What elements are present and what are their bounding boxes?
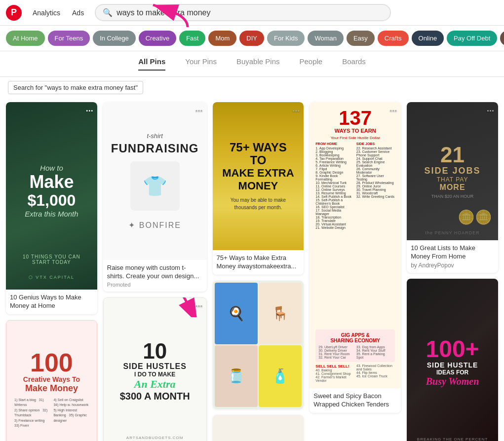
pin-how-to-make-1000[interactable]: How to Make $1,000 Extra this Month 10 T… [6,102,97,314]
pin-dots-5[interactable]: ··· [292,106,300,116]
chip-in-college[interactable]: In College [93,31,136,46]
pin-dots-9[interactable]: ··· [487,106,494,116]
pin-meta-3: Raise money with custom t-shirts. Create… [103,260,207,292]
pin-75-ways[interactable]: 75+ WAYS TO MAKE EXTRA MONEY You may be … [213,102,304,275]
analytics-nav[interactable]: Analytics [28,6,65,20]
tab-boards[interactable]: Boards [342,57,366,71]
tab-your-pins[interactable]: Your Pins [185,57,217,71]
pin-meta-9: 10 Great Lists to Make Money From Home b… [407,240,498,273]
chip-for-teens[interactable]: For Teens [48,31,90,46]
pin-dots-3[interactable]: ··· [195,106,202,116]
pin-column-1: How to Make $1,000 Extra this Month 10 T… [6,102,97,441]
pin-100-creative[interactable]: 100 Creative Ways To Make Money 1) Start… [6,320,97,441]
chip-fast[interactable]: Fast [179,31,205,46]
pin-author-9: by AndreyPopov [411,262,494,269]
category-bar: At Home For Teens In College Creative Fa… [0,26,504,51]
chip-for-kids[interactable]: For Kids [267,31,305,46]
tab-buyable-pins[interactable]: Buyable Pins [236,57,280,71]
tabs-bar: All Pins Your Pins Buyable Pins People B… [0,51,504,77]
pin-column-2: t-shirt FUNDRAISING 👕 ✦ BONFIRE Raise mo… [103,102,207,441]
pinterest-logo[interactable]: P [6,5,22,21]
pin-title-1: 10 Genius Ways to Make Money at Home [10,294,93,310]
header: P Analytics Ads 🔍 [0,0,504,26]
pin-column-5: 21 SIDE JOBS THAT PAY MORE THAN $20 AN H… [407,102,498,441]
chip-online[interactable]: Online [412,31,444,46]
header-nav: Analytics Ads [28,6,89,20]
pin-dots-4[interactable]: ··· [195,301,202,312]
ads-nav[interactable]: Ads [67,6,89,20]
pin-title-3: Raise money with custom t-shirts. Create… [107,264,203,281]
chip-at-home[interactable]: At Home [6,31,45,46]
suggestion-button[interactable]: Search for "ways to make extra money fas… [8,81,143,94]
search-input[interactable] [116,8,383,17]
chip-woman[interactable]: Woman [308,31,344,46]
pin-meta-5: 75+ Ways to Make Extra Money #waystomake… [213,250,304,275]
chip-creative[interactable]: Creative [139,31,176,46]
tab-all-pins[interactable]: All Pins [138,57,165,71]
pin-dots-1[interactable]: ··· [86,106,93,116]
chip-crafts[interactable]: Crafts [378,31,409,46]
search-icon: 🔍 [103,8,113,17]
pin-title-5: 75+ Ways to Make Extra Money #waystomake… [217,254,300,271]
pin-137-ways[interactable]: 137 WAYS TO EARN Your First Side Hustle … [310,102,401,413]
search-bar-container: 🔍 [95,4,391,21]
pin-title-9: 10 Great Lists to Make Money From Home [411,244,494,261]
pin-meta-8: Sweet and Spicy Bacon Wrapped Chicken Te… [310,388,401,413]
pin-tshirt-fundraising[interactable]: t-shirt FUNDRAISING 👕 ✦ BONFIRE Raise mo… [103,102,207,292]
chip-mom[interactable]: Mom [208,31,236,46]
pin-column-3: 75+ WAYS TO MAKE EXTRA MONEY You may be … [213,102,304,441]
pin-meta-1: 10 Genius Ways to Make Money at Home [6,290,97,314]
pin-column-4: 137 WAYS TO EARN Your First Side Hustle … [310,102,401,413]
tab-people[interactable]: People [299,57,322,71]
pin-kitchen-collage[interactable]: 🍳 🪑 🫙 🧴 [213,281,304,409]
pin-100-side-hustle-women[interactable]: 100+ SIDE HUSTLE IDEAS FOR Busy Women BR… [407,279,498,441]
pin-title-8: Sweet and Spicy Bacon Wrapped Chicken Te… [313,392,397,409]
pin-promoted-3: Promoted [107,282,203,288]
chip-ideas[interactable]: Ideas [500,31,504,46]
suggestion-banner: Search for "ways to make extra money fas… [0,77,504,98]
pin-21-side-jobs[interactable]: 21 SIDE JOBS THAT PAY MORE THAN $20 AN H… [407,102,498,273]
pins-grid: How to Make $1,000 Extra this Month 10 T… [0,98,504,441]
pin-10-side-hustles[interactable]: 10 SIDE HUSTLES I DO TO MAKE An Extra $3… [103,297,207,441]
pin-wedding-gifts[interactable]: Wedding Gifts forEvery Guest's Budget Bu… [213,415,304,441]
pin-dots-8[interactable]: ··· [389,106,397,116]
chip-diy[interactable]: DIY [239,31,264,46]
chip-pay-off-debt[interactable]: Pay Off Debt [447,31,497,46]
chip-easy[interactable]: Easy [347,31,375,46]
